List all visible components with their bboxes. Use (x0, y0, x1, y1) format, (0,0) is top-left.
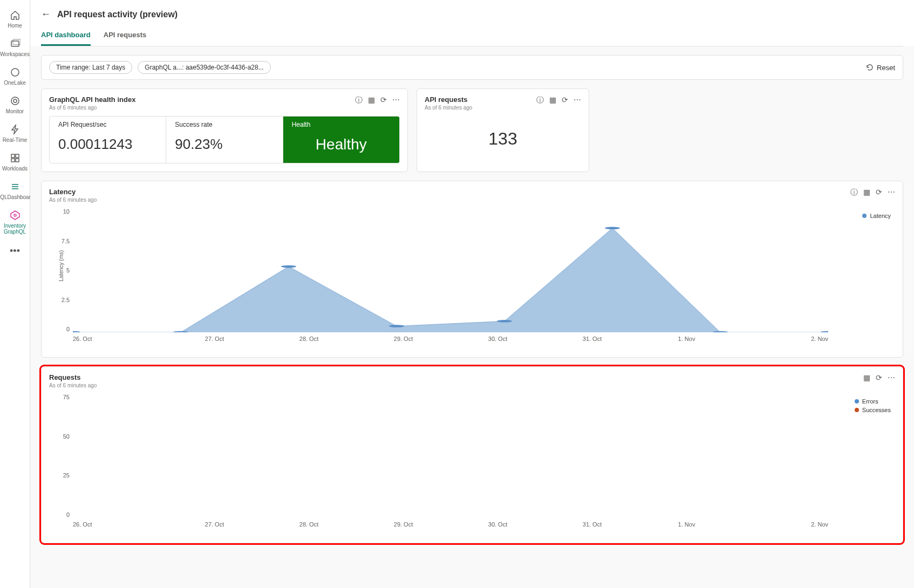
svg-rect-6 (16, 154, 19, 158)
realtime-icon (9, 123, 22, 136)
sidebar-label: Real-Time (3, 137, 28, 143)
bar-slot (631, 394, 722, 518)
requests-subtitle: As of 6 minutes ago (425, 105, 472, 111)
onelake-icon (9, 66, 22, 79)
sidebar-item-monitor[interactable]: Monitor (0, 90, 30, 119)
requests-yaxis: 7550250 (51, 394, 73, 518)
bar-slot (89, 394, 180, 518)
legend-label: Successes (862, 407, 891, 413)
health-value: Healthy (292, 136, 391, 153)
reset-button[interactable]: Reset (866, 64, 895, 72)
gqldash-icon (9, 180, 22, 193)
sidebar: Home Workspaces OneLake Monitor Real-Tim… (0, 0, 30, 588)
workloads-icon (9, 152, 22, 165)
svg-point-13 (281, 265, 296, 268)
refresh-icon[interactable]: ⟳ (380, 95, 387, 105)
sidebar-item-onelake[interactable]: OneLake (0, 61, 30, 90)
latency-chart-card: Latency As of 6 minutes ago ⓘ ▦ ⟳ ⋯ Late… (41, 181, 903, 358)
content: Time range: Last 7 days GraphQL a...: aa… (30, 46, 914, 588)
sidebar-item-workspaces[interactable]: Workspaces (0, 33, 30, 61)
health-card: GraphQL API health index As of 6 minutes… (41, 88, 408, 172)
successrate-label: Success rate (175, 121, 274, 128)
info-icon[interactable]: ⓘ (850, 188, 858, 197)
sidebar-label: Inventory GraphQL (0, 223, 30, 235)
requestsec-value: 0.00011243 (58, 136, 157, 153)
svg-rect-1 (13, 39, 21, 45)
grid-icon[interactable]: ▦ (368, 95, 375, 105)
sidebar-label: OneLake (4, 80, 26, 86)
svg-point-14 (389, 325, 404, 327)
sidebar-item-workloads[interactable]: Workloads (0, 147, 30, 176)
svg-point-4 (13, 99, 17, 102)
info-icon[interactable]: ⓘ (536, 95, 544, 105)
refresh-icon[interactable]: ⟳ (876, 373, 882, 382)
reset-icon (866, 64, 874, 71)
latency-xaxis: 26. Oct27. Oct28. Oct29. Oct30. Oct31. O… (73, 336, 828, 345)
svg-point-2 (11, 69, 19, 76)
latency-title: Latency (49, 188, 97, 196)
inventory-icon (9, 209, 22, 222)
requestsec-label: API Request/sec (58, 121, 157, 128)
successrate-value: 90.23% (175, 136, 274, 153)
bar-slot (180, 394, 270, 518)
sidebar-label: Workspaces (0, 51, 30, 57)
time-range-pill[interactable]: Time range: Last 7 days (49, 61, 132, 74)
requests-chart-body: 7550250 26. Oct27. Oct28. Oct29. Oct30. … (51, 394, 893, 534)
health-label: Health (292, 121, 391, 128)
page-title: API request activity (preview) (57, 10, 178, 19)
sidebar-item-gqldashboard[interactable]: GQLDashboard (0, 176, 30, 204)
requests-chart-card: Requests As of 6 minutes ago ▦ ⟳ ⋯ 75502… (41, 366, 903, 543)
grid-icon[interactable]: ▦ (549, 95, 556, 105)
health-subtitle: As of 6 minutes ago (49, 105, 135, 111)
requests-xaxis: 26. Oct27. Oct28. Oct29. Oct30. Oct31. O… (73, 521, 828, 531)
svg-point-18 (821, 331, 828, 332)
legend-dot-latency (862, 214, 867, 218)
latency-subtitle: As of 6 minutes ago (49, 197, 97, 203)
tab-api-requests[interactable]: API requests (104, 26, 146, 46)
svg-rect-5 (11, 154, 15, 158)
legend-item: Errors (855, 398, 891, 405)
more-icon[interactable]: ⋯ (574, 95, 581, 105)
svg-rect-8 (16, 159, 19, 162)
main: ← API request activity (preview) API das… (30, 0, 914, 588)
svg-rect-0 (11, 41, 19, 46)
sidebar-item-inventory-graphql[interactable]: Inventory GraphQL (0, 204, 30, 239)
bar-slot (722, 394, 813, 518)
svg-point-11 (73, 331, 80, 332)
svg-point-16 (605, 227, 620, 230)
latency-chart-body: Latency (ms) 107.552.50 26. Oct27. Oct28… (51, 208, 893, 348)
sidebar-label: GQLDashboard (0, 194, 34, 200)
more-icon[interactable]: ⋯ (888, 188, 895, 197)
sidebar-item-home[interactable]: Home (0, 4, 30, 33)
sidebar-item-realtime[interactable]: Real-Time (0, 119, 30, 147)
requests-chart-subtitle: As of 6 minutes ago (49, 382, 97, 388)
tab-api-dashboard[interactable]: API dashboard (41, 26, 91, 46)
health-col-requestsec: API Request/sec 0.00011243 (50, 117, 166, 163)
info-icon[interactable]: ⓘ (355, 95, 363, 105)
more-icon[interactable]: ⋯ (888, 373, 895, 382)
graphql-pill[interactable]: GraphQL a...: aae539de-0c3f-4436-a28... (138, 61, 270, 74)
monitor-icon (9, 94, 22, 107)
workspaces-icon (9, 37, 22, 50)
bar-slot (360, 394, 451, 518)
sidebar-label: Workloads (2, 166, 28, 172)
filter-bar: Time range: Last 7 days GraphQL a...: aa… (41, 55, 903, 80)
legend-label: Errors (862, 398, 878, 405)
grid-icon[interactable]: ▦ (863, 188, 870, 197)
svg-point-10 (14, 214, 16, 216)
sidebar-more[interactable]: ••• (10, 239, 20, 263)
back-button[interactable]: ← (41, 9, 51, 20)
health-col-health: Health Healthy (283, 117, 399, 163)
health-col-successrate: Success rate 90.23% (166, 117, 283, 163)
sidebar-label: Monitor (6, 108, 24, 114)
more-icon[interactable]: ⋯ (392, 95, 400, 105)
grid-icon[interactable]: ▦ (863, 373, 870, 382)
requests-plot (73, 394, 828, 518)
refresh-icon[interactable]: ⟳ (876, 188, 882, 197)
reset-label: Reset (877, 64, 895, 72)
refresh-icon[interactable]: ⟳ (562, 95, 568, 105)
bar-slot (451, 394, 541, 518)
bar-slot (541, 394, 632, 518)
bar-slot (270, 394, 360, 518)
svg-marker-9 (11, 211, 19, 220)
